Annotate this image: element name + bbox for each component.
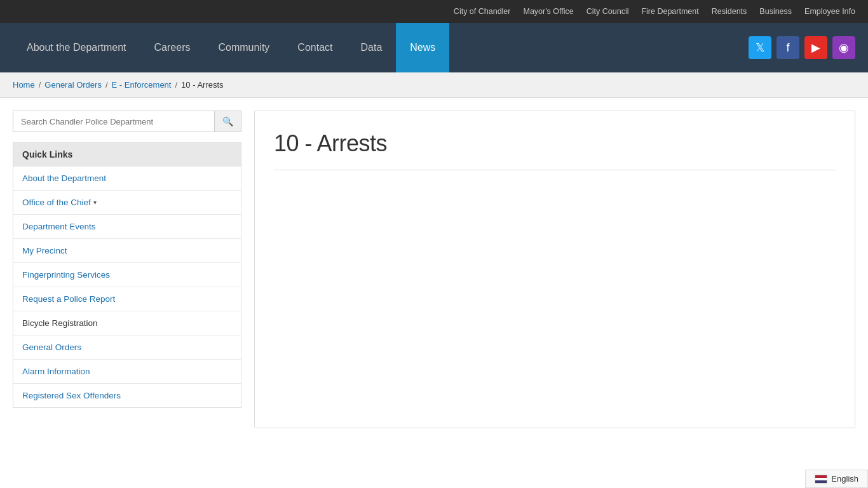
main-nav: About the DepartmentCareersCommunityCont…	[0, 23, 868, 72]
sidebar: 🔍 Quick Links About the DepartmentOffice…	[13, 111, 241, 428]
twitter-icon[interactable]: 𝕏	[749, 36, 771, 59]
quick-link-item[interactable]: My Precinct	[13, 239, 241, 263]
quick-link-item[interactable]: Department Events	[13, 215, 241, 239]
nav-link-careers[interactable]: Careers	[140, 23, 205, 72]
nav-link-community[interactable]: Community	[204, 23, 283, 72]
quick-link-label: Request a Police Report	[22, 294, 115, 304]
instagram-icon[interactable]: ◉	[832, 36, 855, 59]
quick-links-list: About the DepartmentOffice of the Chief …	[13, 166, 241, 408]
top-bar-link-city-of-chandler[interactable]: City of Chandler	[454, 7, 511, 16]
quick-link-label: Fingerprinting Services	[22, 270, 110, 280]
nav-link-news[interactable]: News	[396, 23, 449, 72]
facebook-icon[interactable]: f	[776, 36, 799, 59]
nav-link-about[interactable]: About the Department	[13, 23, 140, 72]
top-bar: City of ChandlerMayor's OfficeCity Counc…	[0, 0, 868, 23]
quick-link-item[interactable]: About the Department	[13, 166, 241, 191]
breadcrumb-link[interactable]: E - Enforcement	[112, 80, 172, 90]
nav-link-contact[interactable]: Contact	[283, 23, 346, 72]
quick-link-label: Department Events	[22, 222, 96, 231]
breadcrumb-current: 10 - Arrests	[181, 80, 223, 90]
main-content: 10 - Arrests	[254, 111, 855, 428]
quick-links-header: Quick Links	[13, 142, 241, 166]
breadcrumb-separator: /	[175, 80, 177, 90]
breadcrumb: Home/General Orders/E - Enforcement/10 -…	[0, 72, 868, 98]
search-icon: 🔍	[222, 116, 233, 126]
quick-link-label: General Orders	[22, 342, 81, 352]
quick-link-label: My Precinct	[22, 246, 67, 255]
quick-link-label: About the Department	[22, 173, 106, 183]
breadcrumb-link[interactable]: Home	[13, 80, 35, 90]
quick-link-label: Office of the Chief	[22, 198, 91, 207]
quick-link-item[interactable]: Registered Sex Offenders	[13, 384, 241, 407]
top-bar-link-fire-department[interactable]: Fire Department	[641, 7, 698, 16]
dropdown-arrow-icon: ▾	[93, 199, 97, 206]
search-input[interactable]	[13, 111, 214, 132]
search-button[interactable]: 🔍	[214, 111, 241, 132]
top-bar-link-mayors-office[interactable]: Mayor's Office	[523, 7, 573, 16]
title-divider	[274, 170, 836, 170]
breadcrumb-separator: /	[39, 80, 41, 90]
quick-link-label: Bicycle Registration	[22, 318, 98, 328]
top-bar-link-employee-info[interactable]: Employee Info	[804, 7, 855, 16]
quick-link-label: Registered Sex Offenders	[22, 391, 121, 400]
quick-link-item[interactable]: Alarm Information	[13, 360, 241, 384]
youtube-icon[interactable]: ▶	[804, 36, 827, 59]
search-box: 🔍	[13, 111, 241, 132]
breadcrumb-link[interactable]: General Orders	[44, 80, 102, 90]
nav-link-data[interactable]: Data	[347, 23, 397, 72]
quick-link-item[interactable]: Request a Police Report	[13, 287, 241, 311]
quick-link-item[interactable]: Office of the Chief ▾	[13, 191, 241, 215]
breadcrumb-separator: /	[105, 80, 108, 90]
quick-link-item[interactable]: Bicycle Registration	[13, 311, 241, 336]
quick-link-label: Alarm Information	[22, 367, 90, 376]
top-bar-link-residents[interactable]: Residents	[712, 7, 747, 16]
top-bar-link-city-council[interactable]: City Council	[587, 7, 629, 16]
quick-link-item[interactable]: General Orders	[13, 336, 241, 360]
page-title: 10 - Arrests	[274, 130, 836, 157]
quick-link-item[interactable]: Fingerprinting Services	[13, 263, 241, 287]
top-bar-link-business[interactable]: Business	[759, 7, 792, 16]
